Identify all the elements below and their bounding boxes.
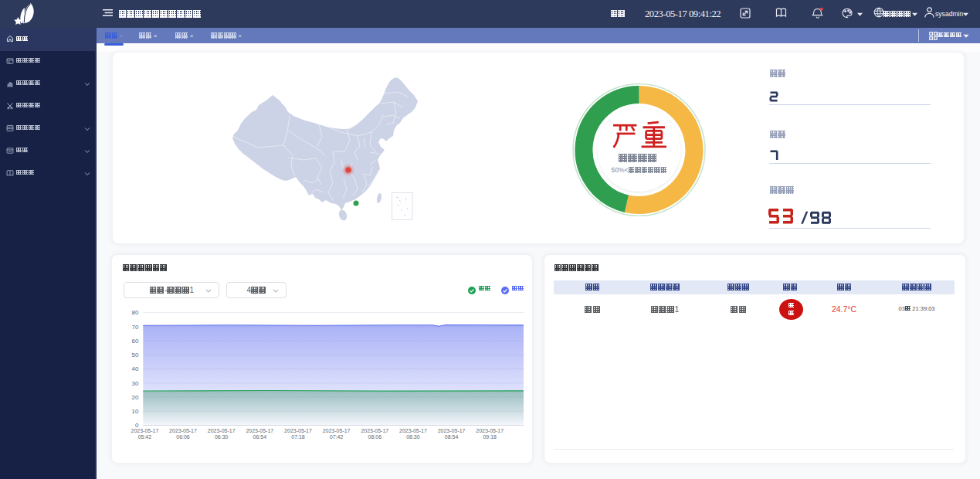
svg-text:06:54: 06:54 (253, 434, 267, 440)
svg-text:06:06: 06:06 (176, 434, 190, 440)
svg-text:08:06: 08:06 (368, 434, 382, 440)
svg-text:2023-05-17: 2023-05-17 (438, 428, 466, 433)
svg-text:2023-05-17: 2023-05-17 (246, 428, 273, 433)
svg-text:2023-05-17: 2023-05-17 (284, 428, 312, 433)
svg-text:70: 70 (132, 324, 139, 331)
svg-text:2023-05-17: 2023-05-17 (399, 428, 427, 433)
svg-text:80: 80 (132, 309, 139, 316)
svg-text:50: 50 (132, 352, 139, 358)
svg-text:2023-05-17: 2023-05-17 (476, 428, 504, 433)
svg-text:60: 60 (132, 338, 139, 345)
svg-text:09:18: 09:18 (483, 434, 497, 440)
svg-text:10: 10 (132, 408, 139, 415)
svg-text:08:54: 08:54 (445, 434, 459, 440)
svg-text:2023-05-17: 2023-05-17 (208, 428, 236, 433)
svg-text:2023-05-17: 2023-05-17 (131, 428, 158, 433)
svg-text:07:18: 07:18 (291, 434, 305, 440)
svg-text:2023-05-17: 2023-05-17 (323, 428, 351, 433)
svg-text:40: 40 (132, 365, 139, 372)
svg-text:30: 30 (132, 380, 139, 387)
svg-text:2023-05-17: 2023-05-17 (361, 428, 388, 433)
svg-text:07:42: 07:42 (330, 434, 344, 440)
svg-text:05:42: 05:42 (138, 434, 152, 440)
svg-text:2023-05-17: 2023-05-17 (169, 428, 197, 433)
svg-text:20: 20 (132, 394, 139, 401)
svg-text:06:30: 06:30 (215, 434, 229, 440)
svg-text:08:30: 08:30 (406, 434, 420, 440)
